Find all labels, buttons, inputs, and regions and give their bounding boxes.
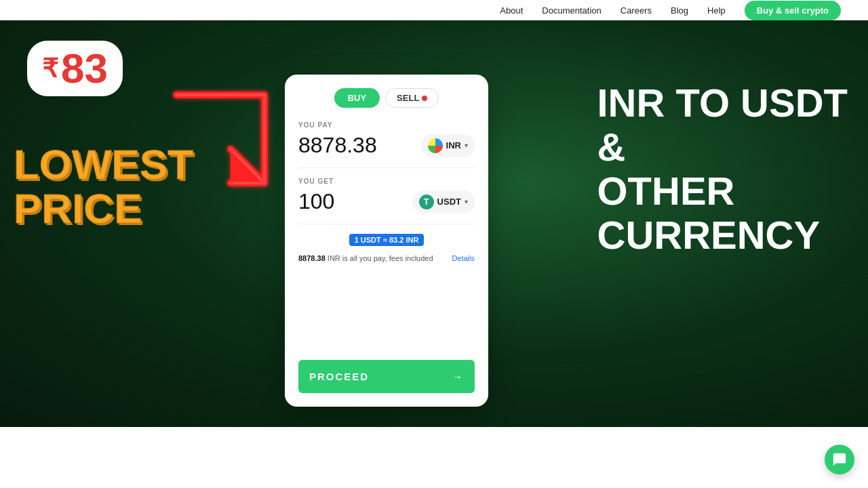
nav-about[interactable]: About bbox=[500, 5, 523, 16]
exchange-card: BUY SELL YOU PAY 8878.38 INR ▾ YOU GET 1… bbox=[285, 75, 488, 407]
navbar: About Documentation Careers Blog Help Bu… bbox=[0, 0, 868, 20]
price-text: PRICE bbox=[14, 186, 193, 230]
lowest-text: LOWEST bbox=[14, 142, 193, 186]
rupee-badge: ₹ 83 bbox=[27, 41, 123, 96]
buy-tab[interactable]: BUY bbox=[334, 88, 380, 108]
right-line3: OTHER bbox=[597, 169, 848, 214]
right-line1: INR TO USDT bbox=[597, 81, 848, 125]
usdt-code: USDT bbox=[437, 197, 461, 207]
right-title: INR TO USDT & OTHER CURRENCY bbox=[597, 81, 848, 258]
inr-flag-icon bbox=[428, 138, 443, 153]
bottom-section bbox=[0, 427, 868, 488]
card-tabs: BUY SELL bbox=[334, 88, 439, 108]
proceed-arrow-icon: → bbox=[452, 371, 464, 382]
fee-text: 8878.38 INR is all you pay, fees include… bbox=[298, 254, 433, 262]
nav-links: About Documentation Careers Blog Help Bu… bbox=[500, 1, 841, 20]
rupee-symbol: ₹ bbox=[42, 54, 58, 83]
you-get-amount: 100 bbox=[298, 189, 334, 214]
you-pay-label: YOU PAY bbox=[298, 121, 475, 129]
you-get-row: 100 T USDT ▾ bbox=[298, 189, 475, 224]
nav-help[interactable]: Help bbox=[707, 5, 726, 16]
lowest-price-block: LOWEST PRICE bbox=[14, 142, 193, 230]
right-line4: CURRENCY bbox=[597, 214, 848, 258]
usdt-icon: T bbox=[419, 195, 434, 209]
sell-dot bbox=[422, 96, 427, 101]
nav-blog[interactable]: Blog bbox=[671, 5, 688, 16]
right-line2: & bbox=[597, 125, 848, 169]
rate-badge[interactable]: 1 USDT ≈ 83.2 INR bbox=[349, 234, 425, 246]
you-pay-amount: 8878.38 bbox=[298, 133, 377, 158]
right-hero-text: INR TO USDT & OTHER CURRENCY bbox=[597, 81, 848, 258]
chat-icon bbox=[832, 452, 847, 467]
hero-section: ₹ 83 LOWEST PRICE bbox=[0, 20, 868, 427]
proceed-label: PROCEED bbox=[309, 371, 369, 382]
nav-careers[interactable]: Careers bbox=[620, 5, 652, 16]
details-link[interactable]: Details bbox=[452, 254, 475, 262]
chat-button[interactable] bbox=[825, 445, 854, 474]
inr-selector[interactable]: INR ▾ bbox=[421, 134, 475, 157]
you-pay-row: 8878.38 INR ▾ bbox=[298, 133, 475, 168]
rupee-number: 83 bbox=[61, 47, 108, 89]
usdt-selector[interactable]: T USDT ▾ bbox=[412, 190, 475, 214]
inr-code: INR bbox=[446, 140, 461, 150]
you-get-label: YOU GET bbox=[298, 178, 475, 185]
inr-chevron-icon: ▾ bbox=[465, 142, 468, 149]
sell-tab[interactable]: SELL bbox=[385, 88, 439, 108]
fee-row: 8878.38 INR is all you pay, fees include… bbox=[298, 254, 475, 262]
proceed-button[interactable]: PROCEED → bbox=[298, 360, 475, 393]
buy-sell-cta-button[interactable]: Buy & sell crypto bbox=[745, 1, 841, 20]
nav-documentation[interactable]: Documentation bbox=[542, 5, 601, 16]
usdt-chevron-icon: ▾ bbox=[465, 198, 468, 205]
